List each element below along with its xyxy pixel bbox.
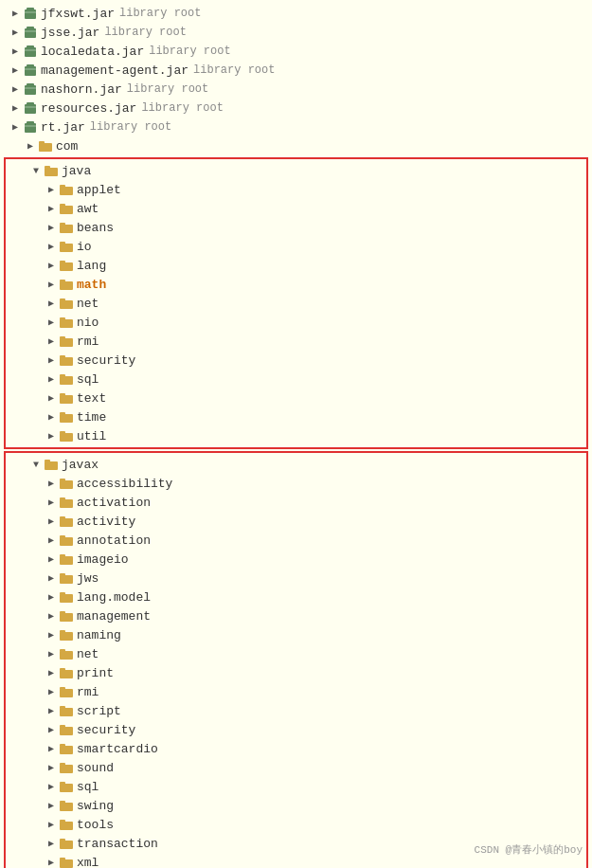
tree-item-javax-rmi[interactable]: rmi [6, 682, 586, 701]
toggle-java-math[interactable] [44, 275, 59, 294]
item-name-javax-management: management [77, 609, 151, 624]
tree-item-javax-sql[interactable]: sql [6, 777, 586, 796]
tree-item-javax-swing[interactable]: swing [6, 796, 586, 815]
toggle-javax-print[interactable] [44, 663, 59, 682]
tree-item-javax-net[interactable]: net [6, 644, 586, 663]
toggle-java-rmi[interactable] [44, 332, 59, 351]
toggle-javax-sound[interactable] [44, 758, 59, 777]
toggle-javax-tools[interactable] [44, 815, 59, 834]
toggle-java-io[interactable] [44, 237, 59, 256]
tree-item-localedata[interactable]: localedata.jar library root [0, 42, 592, 61]
tree-item-java-math[interactable]: math [6, 275, 586, 294]
toggle-javax-naming[interactable] [44, 625, 59, 644]
toggle-javax-smartcardio[interactable] [44, 739, 59, 758]
item-name-javax-jws: jws [77, 571, 99, 586]
tree-item-java-util[interactable]: util [6, 426, 586, 445]
tree-item-java-sql[interactable]: sql [6, 370, 586, 389]
toggle-com[interactable] [23, 136, 38, 155]
tree-item-java-io[interactable]: io [6, 237, 586, 256]
tree-item-java-beans[interactable]: beans [6, 218, 586, 237]
tree-item-nashorn[interactable]: nashorn.jar library root [0, 80, 592, 99]
toggle-rt[interactable] [8, 118, 23, 136]
toggle-java[interactable] [28, 161, 44, 180]
tree-item-javax-print[interactable]: print [6, 663, 586, 682]
tree-item-java-awt[interactable]: awt [6, 199, 586, 218]
toggle-java-nio[interactable] [44, 313, 59, 332]
toggle-javax-xml[interactable] [44, 853, 59, 868]
svg-rect-67 [60, 594, 73, 603]
toggle-javax-swing[interactable] [44, 796, 59, 815]
tree-item-javax-security[interactable]: security [6, 720, 586, 739]
svg-rect-64 [60, 554, 65, 557]
toggle-javax-transaction[interactable] [44, 834, 59, 853]
tree-item-javax-jws[interactable]: jws [6, 569, 586, 588]
svg-rect-24 [45, 166, 50, 169]
tree-item-javax-annotation[interactable]: annotation [6, 531, 586, 550]
toggle-java-text[interactable] [44, 389, 59, 407]
tree-item-java-net[interactable]: net [6, 294, 586, 313]
folder-icon-java-lang [59, 259, 74, 272]
toggle-java-applet[interactable] [44, 180, 59, 199]
toggle-javax[interactable] [28, 455, 44, 474]
toggle-javax-security[interactable] [44, 720, 59, 739]
toggle-javax-imageio[interactable] [44, 550, 59, 569]
tree-item-javax-activation[interactable]: activation [6, 493, 586, 512]
tree-item-jsse[interactable]: jsse.jar library root [0, 23, 592, 42]
tree-item-javax-imageio[interactable]: imageio [6, 550, 586, 569]
toggle-java-util[interactable] [44, 426, 59, 445]
tree-item-management-agent[interactable]: management-agent.jar library root [0, 61, 592, 80]
toggle-javax-rmi[interactable] [44, 682, 59, 701]
toggle-javax-annotation[interactable] [44, 531, 59, 550]
tree-item-javax[interactable]: javax [6, 455, 586, 474]
toggle-javax-activation[interactable] [44, 493, 59, 512]
tree-item-rt[interactable]: rt.jar library root [0, 118, 592, 136]
tree-item-javax-lang.model[interactable]: lang.model [6, 588, 586, 606]
toggle-javax-net[interactable] [44, 644, 59, 663]
toggle-jsse[interactable] [8, 23, 23, 42]
toggle-management-agent[interactable] [8, 61, 23, 80]
tree-item-javax-naming[interactable]: naming [6, 625, 586, 644]
toggle-javax-script[interactable] [44, 701, 59, 720]
tree-item-javax-script[interactable]: script [6, 701, 586, 720]
toggle-javax-jws[interactable] [44, 569, 59, 588]
item-label-rt: library root [90, 120, 171, 134]
folder-icon-java-security [59, 353, 74, 367]
toggle-javax-activity[interactable] [44, 512, 59, 531]
toggle-java-lang[interactable] [44, 256, 59, 275]
tree-item-java[interactable]: java [6, 161, 586, 180]
toggle-nashorn[interactable] [8, 80, 23, 99]
toggle-localedata[interactable] [8, 42, 23, 61]
tree-item-java-text[interactable]: text [6, 389, 586, 407]
tree-item-java-nio[interactable]: nio [6, 313, 586, 332]
toggle-resources[interactable] [8, 99, 23, 118]
toggle-javax-accessibility[interactable] [44, 474, 59, 493]
toggle-jfxswt[interactable] [8, 4, 23, 23]
toggle-java-security[interactable] [44, 351, 59, 370]
toggle-javax-lang.model[interactable] [44, 588, 59, 606]
toggle-java-sql[interactable] [44, 370, 59, 389]
tree-item-resources[interactable]: resources.jar library root [0, 99, 592, 118]
tree-item-com[interactable]: com [0, 136, 592, 155]
tree-item-java-security[interactable]: security [6, 351, 586, 370]
tree-item-javax-smartcardio[interactable]: smartcardio [6, 739, 586, 758]
toggle-java-time[interactable] [44, 407, 59, 426]
tree-item-java-applet[interactable]: applet [6, 180, 586, 199]
tree-item-java-time[interactable]: time [6, 407, 586, 426]
tree-item-javax-tools[interactable]: tools [6, 815, 586, 834]
toggle-java-awt[interactable] [44, 199, 59, 218]
tree-item-jfxswt[interactable]: jfxswt.jar library root [0, 4, 592, 23]
tree-item-javax-management[interactable]: management [6, 606, 586, 625]
svg-rect-49 [60, 414, 73, 423]
tree-item-java-lang[interactable]: lang [6, 256, 586, 275]
toggle-javax-management[interactable] [44, 606, 59, 625]
tree-item-javax-accessibility[interactable]: accessibility [6, 474, 586, 493]
tree-item-java-rmi[interactable]: rmi [6, 332, 586, 351]
folder-icon-javax-rmi [59, 685, 74, 698]
toggle-javax-sql[interactable] [44, 777, 59, 796]
tree-item-javax-activity[interactable]: activity [6, 512, 586, 531]
svg-rect-91 [60, 822, 73, 830]
svg-rect-80 [60, 706, 65, 709]
toggle-java-net[interactable] [44, 294, 59, 313]
toggle-java-beans[interactable] [44, 218, 59, 237]
tree-item-javax-sound[interactable]: sound [6, 758, 586, 777]
